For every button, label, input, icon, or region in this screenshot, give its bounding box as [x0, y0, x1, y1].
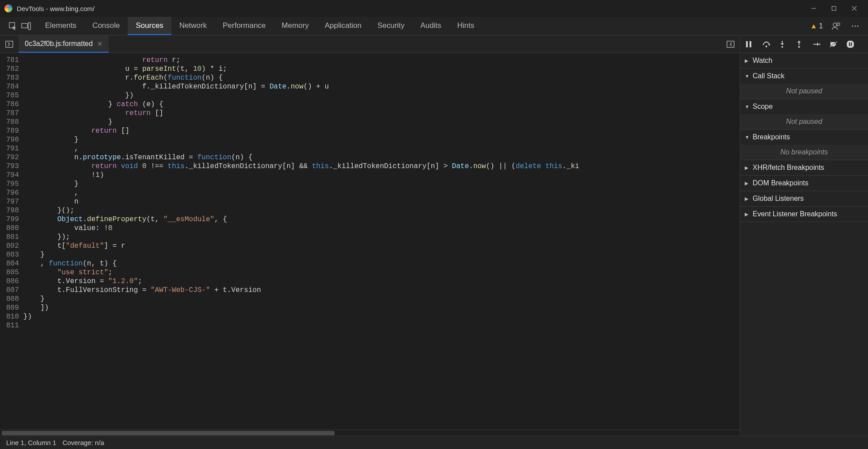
- debugger-section-global-listeners[interactable]: ▶Global Listeners: [740, 191, 868, 206]
- window-minimize-button[interactable]: [803, 1, 824, 15]
- inspect-element-icon[interactable]: [6, 19, 19, 33]
- step-out-button[interactable]: [796, 40, 805, 48]
- toolbar-tab-security[interactable]: Security: [369, 17, 412, 35]
- section-label: Watch: [753, 57, 773, 65]
- horizontal-scrollbar[interactable]: [0, 430, 740, 436]
- coverage-status: Coverage: n/a: [62, 439, 104, 446]
- code-line: t.FullVersionString = "AWT-Web-CJS-" + t…: [23, 286, 740, 295]
- svg-point-19: [798, 46, 800, 48]
- section-label: Breakpoints: [753, 133, 790, 141]
- code-line: value: !0: [23, 224, 740, 233]
- warning-icon: ▲: [810, 22, 817, 30]
- chevron-right-icon: ▶: [745, 196, 750, 202]
- step-button[interactable]: [813, 41, 822, 47]
- debugger-section-dom-breakpoints[interactable]: ▶DOM Breakpoints: [740, 176, 868, 191]
- status-bar: Line 1, Column 1 Coverage: n/a: [0, 436, 868, 449]
- code-line: }: [23, 135, 740, 144]
- show-navigator-button[interactable]: [0, 35, 19, 53]
- deactivate-breakpoints-button[interactable]: [830, 41, 838, 48]
- devtools-toolbar: ElementsConsoleSourcesNetworkPerformance…: [0, 17, 868, 35]
- feedback-icon[interactable]: [829, 19, 842, 33]
- svg-rect-5: [22, 23, 27, 28]
- code-line: }): [23, 312, 740, 321]
- app-icon: [4, 4, 12, 12]
- cursor-position: Line 1, Column 1: [6, 439, 56, 446]
- toolbar-tab-elements[interactable]: Elements: [37, 17, 84, 35]
- code-content[interactable]: return r; u = parseInt(t, 10) * i; r.for…: [23, 53, 740, 430]
- section-body: No breakpoints: [740, 145, 868, 160]
- pause-on-exceptions-button[interactable]: [846, 40, 855, 48]
- debugger-section-call-stack[interactable]: ▼Call Stack: [740, 69, 868, 84]
- code-line: r.forEach(function(n) {: [23, 73, 740, 82]
- debugger-section-watch[interactable]: ▶Watch: [740, 53, 868, 68]
- section-body: Not paused: [740, 84, 868, 99]
- chevron-down-icon: ▼: [745, 134, 750, 140]
- toolbar-tab-sources[interactable]: Sources: [128, 17, 171, 35]
- step-over-button[interactable]: [762, 41, 771, 48]
- chevron-right-icon: ▶: [745, 165, 750, 171]
- section-label: Scope: [753, 103, 773, 111]
- toolbar-tab-audits[interactable]: Audits: [412, 17, 449, 35]
- toolbar-tab-application[interactable]: Application: [317, 17, 369, 35]
- file-tab[interactable]: 0c3a2f0b.js:formatted ✕: [19, 35, 109, 53]
- code-line: });: [23, 233, 740, 242]
- svg-point-8: [852, 25, 853, 27]
- toolbar-tab-performance[interactable]: Performance: [215, 17, 274, 35]
- code-line: ]): [23, 303, 740, 312]
- code-line: ,: [23, 144, 740, 153]
- code-line: }: [23, 180, 740, 188]
- svg-rect-24: [849, 42, 850, 46]
- code-line: }: [23, 295, 740, 303]
- warnings-indicator[interactable]: ▲ 1: [810, 22, 823, 30]
- code-line: Object.defineProperty(t, "__esModule", {: [23, 215, 740, 224]
- show-debugger-button[interactable]: [721, 35, 740, 53]
- code-line: }();: [23, 206, 740, 215]
- section-label: DOM Breakpoints: [753, 179, 808, 187]
- more-options-icon[interactable]: [849, 19, 862, 33]
- window-title: DevTools - www.bing.com/: [17, 5, 95, 12]
- debugger-section-scope[interactable]: ▼Scope: [740, 99, 868, 114]
- section-label: Event Listener Breakpoints: [753, 210, 837, 218]
- svg-rect-14: [750, 41, 751, 47]
- code-editor[interactable]: 781 782 783 784 785 786 787 788 789 790 …: [0, 53, 740, 430]
- file-tabbar: 0c3a2f0b.js:formatted ✕: [0, 35, 740, 53]
- svg-rect-6: [28, 23, 30, 30]
- scrollbar-thumb[interactable]: [2, 431, 335, 435]
- debugger-section-breakpoints[interactable]: ▼Breakpoints: [740, 130, 868, 145]
- warning-count: 1: [819, 22, 823, 30]
- svg-point-17: [781, 46, 783, 48]
- code-line: return r;: [23, 56, 740, 65]
- debugger-section-event-listener-breakpoints[interactable]: ▶Event Listener Breakpoints: [740, 207, 868, 222]
- toolbar-tab-hints[interactable]: Hints: [449, 17, 483, 35]
- chevron-down-icon: ▼: [745, 104, 750, 109]
- window-maximize-button[interactable]: [824, 1, 844, 15]
- code-line: return []: [23, 109, 740, 118]
- debugger-pane: ▶Watch▼Call StackNot paused▼ScopeNot pau…: [740, 35, 868, 436]
- toolbar-tab-network[interactable]: Network: [171, 17, 215, 35]
- svg-point-7: [833, 23, 837, 27]
- step-into-button[interactable]: [779, 40, 788, 48]
- section-body: Not paused: [740, 114, 868, 129]
- chevron-right-icon: ▶: [745, 180, 750, 186]
- code-line: } catch (e) {: [23, 100, 740, 109]
- code-line: n: [23, 197, 740, 206]
- section-label: XHR/fetch Breakpoints: [753, 164, 824, 172]
- svg-point-9: [854, 25, 856, 27]
- code-line: }): [23, 91, 740, 100]
- window-close-button[interactable]: [844, 1, 864, 15]
- code-line: return void 0 !== this._killedTokenDicti…: [23, 162, 740, 171]
- code-line: u = parseInt(t, 10) * i;: [23, 65, 740, 73]
- chevron-down-icon: ▼: [745, 73, 750, 79]
- code-line: ,: [23, 188, 740, 197]
- device-toolbar-icon[interactable]: [19, 19, 33, 33]
- chevron-right-icon: ▶: [745, 58, 750, 64]
- close-icon[interactable]: ✕: [97, 40, 103, 47]
- code-line: n.prototype.isTenantKilled = function(n)…: [23, 153, 740, 162]
- pause-button[interactable]: [746, 41, 754, 48]
- toolbar-tab-console[interactable]: Console: [84, 17, 128, 35]
- debugger-section-xhr-fetch-breakpoints[interactable]: ▶XHR/fetch Breakpoints: [740, 160, 868, 175]
- svg-point-21: [819, 43, 821, 45]
- chevron-right-icon: ▶: [745, 211, 750, 217]
- svg-point-10: [857, 25, 858, 27]
- toolbar-tab-memory[interactable]: Memory: [274, 17, 316, 35]
